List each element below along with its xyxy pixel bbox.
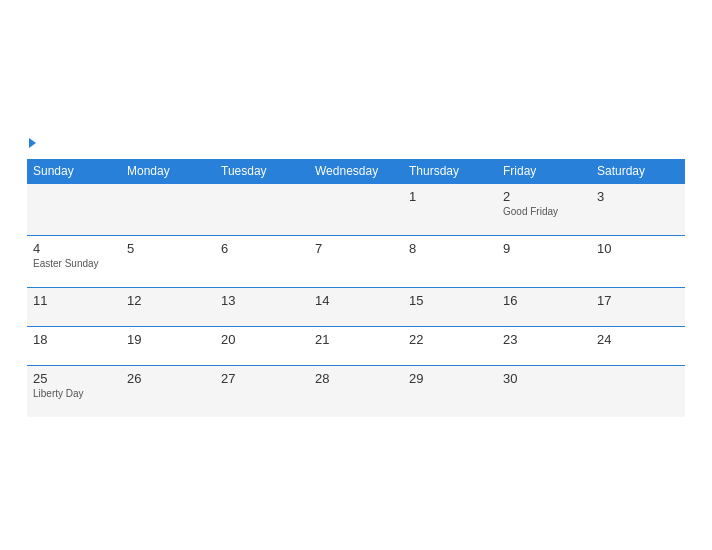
day-number: 18	[33, 332, 115, 347]
calendar-cell: 17	[591, 287, 685, 326]
calendar-cell	[27, 183, 121, 235]
day-number: 29	[409, 371, 491, 386]
day-number: 23	[503, 332, 585, 347]
day-number: 15	[409, 293, 491, 308]
week-row-4: 18192021222324	[27, 326, 685, 365]
holiday-label: Liberty Day	[33, 388, 115, 399]
holiday-label: Easter Sunday	[33, 258, 115, 269]
day-number: 6	[221, 241, 303, 256]
logo-triangle-icon	[29, 138, 36, 148]
weekday-header-sunday: Sunday	[27, 159, 121, 184]
day-number: 22	[409, 332, 491, 347]
calendar-cell: 11	[27, 287, 121, 326]
calendar-cell: 24	[591, 326, 685, 365]
calendar-cell	[309, 183, 403, 235]
calendar-cell: 18	[27, 326, 121, 365]
day-number: 12	[127, 293, 209, 308]
day-number: 26	[127, 371, 209, 386]
calendar-table: SundayMondayTuesdayWednesdayThursdayFrid…	[27, 159, 685, 417]
week-row-1: 12Good Friday3	[27, 183, 685, 235]
weekday-header-tuesday: Tuesday	[215, 159, 309, 184]
day-number: 1	[409, 189, 491, 204]
calendar-cell: 1	[403, 183, 497, 235]
day-number: 7	[315, 241, 397, 256]
calendar-cell: 3	[591, 183, 685, 235]
weekday-header-saturday: Saturday	[591, 159, 685, 184]
day-number: 4	[33, 241, 115, 256]
calendar-cell: 20	[215, 326, 309, 365]
day-number: 2	[503, 189, 585, 204]
weekday-header-monday: Monday	[121, 159, 215, 184]
calendar-cell: 23	[497, 326, 591, 365]
week-row-5: 25Liberty Day2627282930	[27, 365, 685, 417]
calendar-cell: 7	[309, 235, 403, 287]
calendar-container: SundayMondayTuesdayWednesdayThursdayFrid…	[11, 122, 701, 429]
day-number: 19	[127, 332, 209, 347]
day-number: 25	[33, 371, 115, 386]
day-number: 17	[597, 293, 679, 308]
day-number: 30	[503, 371, 585, 386]
calendar-cell: 16	[497, 287, 591, 326]
weekday-header-wednesday: Wednesday	[309, 159, 403, 184]
calendar-cell: 27	[215, 365, 309, 417]
day-number: 28	[315, 371, 397, 386]
calendar-cell: 2Good Friday	[497, 183, 591, 235]
day-number: 5	[127, 241, 209, 256]
week-row-3: 11121314151617	[27, 287, 685, 326]
day-number: 16	[503, 293, 585, 308]
calendar-cell: 21	[309, 326, 403, 365]
calendar-cell: 13	[215, 287, 309, 326]
holiday-label: Good Friday	[503, 206, 585, 217]
calendar-cell	[121, 183, 215, 235]
day-number: 21	[315, 332, 397, 347]
calendar-cell: 19	[121, 326, 215, 365]
logo-blue-text	[27, 138, 36, 149]
calendar-cell: 5	[121, 235, 215, 287]
day-number: 8	[409, 241, 491, 256]
day-number: 27	[221, 371, 303, 386]
calendar-cell: 9	[497, 235, 591, 287]
day-number: 20	[221, 332, 303, 347]
calendar-cell: 22	[403, 326, 497, 365]
calendar-cell: 14	[309, 287, 403, 326]
calendar-cell: 30	[497, 365, 591, 417]
calendar-cell: 10	[591, 235, 685, 287]
calendar-cell: 12	[121, 287, 215, 326]
day-number: 10	[597, 241, 679, 256]
weekday-header-row: SundayMondayTuesdayWednesdayThursdayFrid…	[27, 159, 685, 184]
day-number: 9	[503, 241, 585, 256]
day-number: 3	[597, 189, 679, 204]
weekday-header-friday: Friday	[497, 159, 591, 184]
logo	[27, 138, 36, 149]
day-number: 13	[221, 293, 303, 308]
calendar-cell: 6	[215, 235, 309, 287]
week-row-2: 4Easter Sunday5678910	[27, 235, 685, 287]
calendar-cell: 25Liberty Day	[27, 365, 121, 417]
calendar-cell	[591, 365, 685, 417]
calendar-cell: 28	[309, 365, 403, 417]
day-number: 14	[315, 293, 397, 308]
calendar-cell: 4Easter Sunday	[27, 235, 121, 287]
calendar-cell	[215, 183, 309, 235]
calendar-cell: 29	[403, 365, 497, 417]
day-number: 11	[33, 293, 115, 308]
calendar-cell: 8	[403, 235, 497, 287]
day-number: 24	[597, 332, 679, 347]
calendar-cell: 26	[121, 365, 215, 417]
calendar-header	[27, 138, 685, 149]
calendar-cell: 15	[403, 287, 497, 326]
weekday-header-thursday: Thursday	[403, 159, 497, 184]
